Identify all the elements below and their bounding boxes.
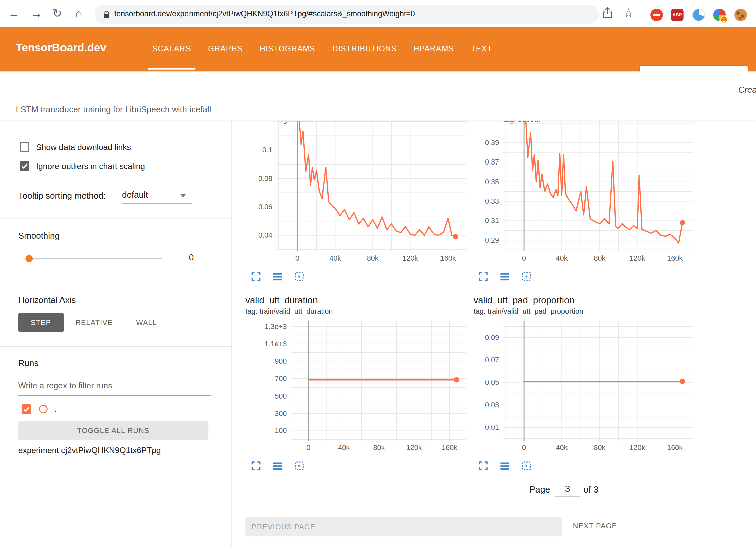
viewport: ← → ↻ ⌂ tensorboard.dev/experiment/cj2vt… <box>0 0 756 547</box>
tooltip-sorting-dropdown[interactable]: default <box>122 190 148 200</box>
svg-text:0.06: 0.06 <box>258 203 272 211</box>
data-table-icon[interactable] <box>272 271 283 282</box>
svg-text:120k: 120k <box>406 443 422 452</box>
fit-domain-icon[interactable] <box>294 271 305 282</box>
chart-plot-top-left[interactable]: 040k80k120k160k0.040.060.080.1 <box>245 121 472 266</box>
svg-text:1.1e+3: 1.1e+3 <box>265 340 287 348</box>
run-name-label: . <box>54 405 57 414</box>
axis-step-button[interactable]: STEP <box>18 313 64 332</box>
smoothing-value-input[interactable] <box>171 251 211 265</box>
page-number-input[interactable] <box>555 482 580 497</box>
tab-text[interactable]: TEXT <box>467 27 497 72</box>
run-checkbox[interactable] <box>22 404 31 414</box>
fit-domain-icon[interactable] <box>521 271 532 282</box>
fullscreen-icon[interactable] <box>251 271 261 282</box>
fit-domain-icon[interactable] <box>294 461 305 471</box>
svg-text:0.03: 0.03 <box>485 401 499 409</box>
svg-text:700: 700 <box>275 374 287 383</box>
run-color-swatch[interactable] <box>39 405 48 413</box>
smoothing-label: Smoothing <box>18 231 60 241</box>
svg-text:0.07: 0.07 <box>485 356 499 364</box>
svg-text:0.1: 0.1 <box>262 146 272 154</box>
runs-label: Runs <box>18 358 39 368</box>
svg-text:0.31: 0.31 <box>485 216 499 225</box>
tab-graphs[interactable]: GRAPHS <box>204 27 247 72</box>
tab-histograms[interactable]: HISTOGRAMS <box>255 27 320 72</box>
url-bar[interactable]: tensorboard.dev/experiment/cj2vtPiwQHKN9… <box>95 5 599 24</box>
ignore-outliers-checkbox[interactable] <box>20 161 29 171</box>
tab-distributions[interactable]: DISTRIBUTIONS <box>328 27 401 72</box>
svg-text:160k: 160k <box>667 254 683 262</box>
experiment-description: LSTM transducer training for LibriSpeech… <box>16 105 211 115</box>
svg-text:0: 0 <box>306 443 310 452</box>
axis-relative-button[interactable]: RELATIVE <box>69 313 119 332</box>
next-page-button[interactable]: NEXT PAGE <box>573 521 617 530</box>
svg-text:0.35: 0.35 <box>485 178 499 186</box>
tab-scalars[interactable]: SCALARS <box>148 27 196 72</box>
smoothing-slider-track[interactable] <box>26 258 162 259</box>
runs-regex-input[interactable] <box>18 376 211 396</box>
svg-text:900: 900 <box>275 357 287 365</box>
svg-text:0.08: 0.08 <box>258 174 272 183</box>
forward-icon[interactable]: → <box>29 7 44 20</box>
bookmark-star-icon[interactable]: ☆ <box>623 6 634 21</box>
tab-hparams[interactable]: HPARAMS <box>409 27 458 72</box>
smoothing-slider-thumb[interactable] <box>25 255 33 262</box>
chart-tag: tag: train/valid_utt_pad_proportion <box>474 307 583 315</box>
chevron-down-icon[interactable] <box>180 194 186 197</box>
refresh-icon[interactable]: ↻ <box>50 7 65 20</box>
back-icon[interactable]: ← <box>7 7 21 20</box>
share-icon[interactable] <box>602 7 613 21</box>
brand-title[interactable]: TensorBoard.dev <box>16 41 106 54</box>
chart-toolbar <box>251 461 305 471</box>
svg-text:0: 0 <box>522 443 526 452</box>
extension-abp-icon[interactable]: ABP <box>671 9 684 21</box>
extension-badge: 1 <box>720 16 728 23</box>
home-icon[interactable]: ⌂ <box>72 7 86 20</box>
data-table-icon[interactable] <box>500 271 510 282</box>
page-of-label: of 3 <box>584 484 599 495</box>
svg-text:160k: 160k <box>667 443 683 452</box>
svg-text:0.33: 0.33 <box>485 197 499 205</box>
horizontal-axis-label: Horizontal Axis <box>18 295 76 305</box>
svg-text:160k: 160k <box>440 254 456 262</box>
settings-sidebar: Show data download links Ignore outliers… <box>0 121 232 547</box>
previous-page-button[interactable]: PREVIOUS PAGE <box>245 517 562 536</box>
show-download-links-checkbox[interactable] <box>20 142 29 152</box>
clipped-right-text: Crea <box>738 85 756 95</box>
svg-text:0.01: 0.01 <box>485 423 499 431</box>
cookie-icon[interactable] <box>734 9 747 21</box>
svg-text:80k: 80k <box>594 443 605 452</box>
svg-text:0.37: 0.37 <box>485 158 499 167</box>
divider <box>0 283 232 283</box>
svg-text:300: 300 <box>275 409 287 418</box>
show-download-links-label: Show data download links <box>36 143 131 152</box>
chart-plot-valid-utt-pad-proportion[interactable]: 040k80k120k160k0.010.030.050.070.09 <box>474 316 700 458</box>
fullscreen-icon[interactable] <box>478 461 489 471</box>
chart-title: valid_utt_pad_proportion <box>474 295 575 306</box>
data-table-icon[interactable] <box>272 461 283 471</box>
svg-text:0.39: 0.39 <box>485 138 499 147</box>
svg-text:40k: 40k <box>329 254 341 262</box>
fit-domain-icon[interactable] <box>521 461 532 471</box>
data-table-icon[interactable] <box>500 461 510 471</box>
sub-header: Crea LSTM transducer training for LibriS… <box>0 72 756 121</box>
url-text[interactable]: tensorboard.dev/experiment/cj2vtPiwQHKN9… <box>114 10 415 18</box>
fullscreen-icon[interactable] <box>478 271 489 282</box>
svg-text:80k: 80k <box>367 254 379 262</box>
svg-text:0: 0 <box>522 254 526 262</box>
svg-text:120k: 120k <box>629 443 645 452</box>
svg-text:40k: 40k <box>556 254 568 262</box>
toggle-all-runs-button[interactable]: TOGGLE ALL RUNS <box>18 421 208 440</box>
divider <box>0 218 232 218</box>
svg-text:0.09: 0.09 <box>485 333 499 342</box>
axis-wall-button[interactable]: WALL <box>126 313 167 332</box>
extension-blue-icon[interactable] <box>692 9 705 21</box>
extension-adblock-icon[interactable] <box>650 9 663 21</box>
chart-plot-valid-utt-duration[interactable]: 040k80k120k160k1003005007009001.1e+31.3e… <box>245 316 472 458</box>
browser-chrome: ← → ↻ ⌂ tensorboard.dev/experiment/cj2vt… <box>0 0 756 27</box>
fullscreen-icon[interactable] <box>251 461 261 471</box>
chart-plot-top-right[interactable]: 040k80k120k160k0.290.310.330.350.370.39 <box>474 121 700 266</box>
page-label: Page <box>529 484 550 495</box>
tab-bar: SCALARS GRAPHS HISTOGRAMS DISTRIBUTIONS … <box>148 27 496 72</box>
